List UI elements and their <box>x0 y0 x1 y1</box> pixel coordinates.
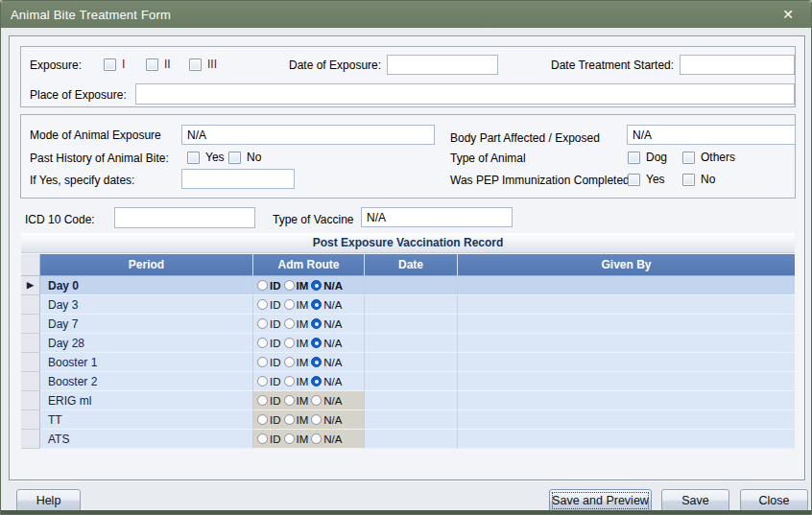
save-and-preview-button[interactable]: Save and Preview <box>549 489 652 512</box>
close-button[interactable]: Close <box>740 489 808 512</box>
exposure-ii-label: II <box>164 58 171 71</box>
given-by-cell[interactable] <box>458 353 795 372</box>
radio-im[interactable]: IM <box>284 318 309 330</box>
table-row[interactable]: ▶ Day 28 ID IM N/A <box>21 334 795 353</box>
pep-yes-checkbox[interactable]: Yes <box>628 173 665 186</box>
type-of-vaccine-dropdown[interactable]: N/A <box>361 207 513 227</box>
table-row[interactable]: ▶ Day 3 ID IM N/A <box>21 295 795 315</box>
table-row[interactable]: ▶ Day 0 ID IM N/A <box>21 276 795 295</box>
given-by-cell[interactable] <box>458 391 795 410</box>
type-others-label: Others <box>701 151 735 164</box>
given-by-cell[interactable] <box>458 430 795 449</box>
date-cell[interactable] <box>365 430 458 449</box>
row-selector[interactable]: ▶ <box>21 410 40 430</box>
radio-na[interactable]: N/A <box>311 357 342 368</box>
icd-code-input[interactable] <box>114 207 255 228</box>
radio-icon <box>284 395 295 406</box>
row-selector[interactable]: ▶ <box>21 295 40 315</box>
radio-id[interactable]: ID <box>257 433 281 445</box>
radio-na[interactable]: N/A <box>311 318 342 330</box>
table-row[interactable]: ▶ ATS ID IM N/A <box>21 430 795 449</box>
radio-im[interactable]: IM <box>284 433 309 445</box>
radio-id[interactable]: ID <box>257 280 281 292</box>
date-cell[interactable] <box>365 295 458 315</box>
given-by-cell[interactable] <box>458 315 795 334</box>
adm-route-cell: ID IM N/A <box>253 410 365 430</box>
type-dog-checkbox[interactable]: Dog <box>628 151 667 164</box>
date-treatment-started-dropdown[interactable] <box>680 55 795 75</box>
radio-id[interactable]: ID <box>257 376 281 387</box>
past-history-yes-checkbox[interactable]: Yes <box>187 151 225 164</box>
radio-na[interactable]: N/A <box>311 280 343 292</box>
table-row[interactable]: ▶ Booster 2 ID IM N/A <box>21 372 795 391</box>
exposure-ii-checkbox[interactable]: II <box>146 58 171 71</box>
radio-id[interactable]: ID <box>257 357 281 368</box>
radio-im[interactable]: IM <box>284 376 309 387</box>
radio-id[interactable]: ID <box>257 299 281 311</box>
table-row[interactable]: ▶ Booster 1 ID IM N/A <box>21 353 795 372</box>
exposure-iii-checkbox[interactable]: III <box>189 58 217 71</box>
date-cell[interactable] <box>365 372 458 391</box>
date-cell[interactable] <box>365 391 458 410</box>
type-others-checkbox[interactable]: Others <box>682 151 735 164</box>
given-by-cell[interactable] <box>458 372 795 391</box>
given-by-cell[interactable] <box>458 295 795 315</box>
table-row[interactable]: ▶ TT ID IM N/A <box>21 410 795 430</box>
row-selector[interactable]: ▶ <box>21 372 40 391</box>
period-column-header[interactable]: Period <box>40 254 253 276</box>
radio-na[interactable]: N/A <box>311 395 342 407</box>
date-column-header[interactable]: Date <box>365 254 458 276</box>
radio-id[interactable]: ID <box>257 318 281 330</box>
radio-im[interactable]: IM <box>284 357 309 368</box>
radio-na[interactable]: N/A <box>311 376 342 387</box>
row-selector[interactable]: ▶ <box>21 391 40 410</box>
adm-route-column-header[interactable]: Adm Route <box>253 254 365 276</box>
date-cell[interactable] <box>365 315 458 334</box>
radio-na[interactable]: N/A <box>311 299 342 311</box>
radio-id[interactable]: ID <box>257 395 281 407</box>
past-history-no-checkbox[interactable]: No <box>228 151 261 164</box>
place-of-exposure-input[interactable] <box>135 83 795 105</box>
table-row[interactable]: ▶ ERIG ml ID IM N/A <box>21 391 795 410</box>
period-cell: Day 7 <box>40 315 253 334</box>
table-row[interactable]: ▶ Day 7 ID IM N/A <box>21 315 795 334</box>
given-by-column-header[interactable]: Given By <box>458 254 795 276</box>
if-yes-dates-dropdown[interactable] <box>181 169 295 189</box>
row-selector[interactable]: ▶ <box>21 430 40 449</box>
save-button[interactable]: Save <box>661 489 729 512</box>
date-cell[interactable] <box>365 276 458 295</box>
radio-im[interactable]: IM <box>284 338 309 349</box>
radio-im[interactable]: IM <box>284 395 309 407</box>
close-icon[interactable]: ✕ <box>773 1 803 28</box>
pep-no-checkbox[interactable]: No <box>682 173 715 186</box>
exposure-i-checkbox[interactable]: I <box>104 58 125 71</box>
radio-na[interactable]: N/A <box>311 433 342 445</box>
mode-of-exposure-dropdown[interactable]: N/A <box>181 125 435 145</box>
radio-icon <box>284 376 295 386</box>
radio-na[interactable]: N/A <box>311 338 342 349</box>
help-button[interactable]: Help <box>16 489 81 512</box>
given-by-cell[interactable] <box>458 276 795 295</box>
radio-im[interactable]: IM <box>284 299 309 311</box>
given-by-cell[interactable] <box>458 410 795 430</box>
radio-icon <box>257 433 268 444</box>
row-selector[interactable]: ▶ <box>21 315 40 334</box>
date-of-exposure-dropdown[interactable] <box>387 55 498 75</box>
row-selector[interactable]: ▶ <box>21 276 40 295</box>
titlebar[interactable]: Animal Bite Treatment Form ✕ <box>1 1 811 28</box>
radio-im[interactable]: IM <box>284 280 309 292</box>
body-part-dropdown[interactable]: N/A <box>627 125 796 145</box>
exposure-i-label: I <box>122 58 125 71</box>
radio-id[interactable]: ID <box>257 338 281 349</box>
radio-na[interactable]: N/A <box>311 414 342 426</box>
row-selector[interactable]: ▶ <box>21 334 40 353</box>
radio-im[interactable]: IM <box>284 414 309 426</box>
row-selector[interactable]: ▶ <box>21 353 40 372</box>
animal-bite-treatment-dialog: Animal Bite Treatment Form ✕ Exposure: I… <box>0 0 812 515</box>
radio-id[interactable]: ID <box>257 414 281 426</box>
date-cell[interactable] <box>365 334 458 353</box>
date-cell[interactable] <box>365 353 458 372</box>
given-by-cell[interactable] <box>458 334 795 353</box>
exposure-label: Exposure: <box>30 59 82 72</box>
date-cell[interactable] <box>365 410 458 430</box>
